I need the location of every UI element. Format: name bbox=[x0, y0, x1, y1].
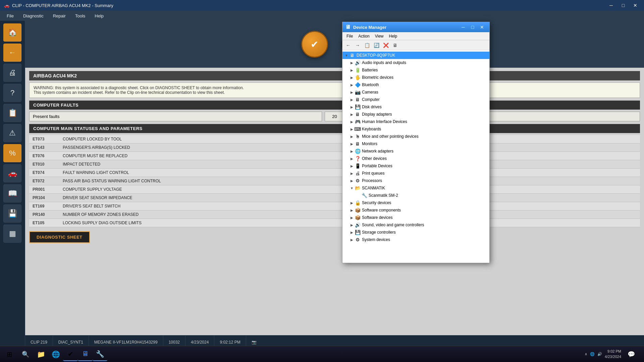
search-button[interactable]: 🔍 bbox=[17, 348, 34, 361]
car-button[interactable]: 🚗 bbox=[3, 164, 21, 182]
dm-tree-item[interactable]: ▶ 🖥 Monitors bbox=[342, 140, 489, 147]
dm-tree-item[interactable]: ▶ 🌐 Network adapters bbox=[342, 147, 489, 155]
dm-item-label: Portable Devices bbox=[362, 164, 392, 168]
table-row[interactable]: PR001COMPUTER SUPPLY VOLTAGE bbox=[29, 185, 640, 194]
dm-properties-btn[interactable]: 📋 bbox=[363, 41, 371, 49]
notification-button[interactable]: 💬 bbox=[624, 348, 639, 361]
taskbar-volume-icon[interactable]: 🔊 bbox=[597, 352, 602, 356]
dm-tree-item[interactable]: ▶ ⚙ System devices bbox=[342, 236, 489, 243]
menu-tools[interactable]: Tools bbox=[71, 12, 89, 20]
table-row[interactable]: ET073COMPUTER LOCKED BY TOOL bbox=[29, 135, 640, 143]
dm-minimize-button[interactable]: ─ bbox=[459, 23, 468, 31]
dm-expand-icon: ▶ bbox=[349, 230, 355, 235]
dm-menu-file[interactable]: File bbox=[344, 33, 356, 39]
dm-tree-item[interactable]: ▶ 🖥 Computer bbox=[342, 96, 489, 103]
minimize-button[interactable]: ─ bbox=[606, 2, 616, 9]
dm-expand-icon: ▶ bbox=[349, 89, 355, 95]
diagnostic-sheet-button[interactable]: DIAGNOSTIC SHEET bbox=[29, 231, 90, 243]
dm-tree-item[interactable]: ▶ 📦 Software components bbox=[342, 206, 489, 214]
table-row[interactable]: PR140NUMBER OF MEMORY ZONES ERASED bbox=[29, 210, 640, 219]
dm-item-icon: 📦 bbox=[355, 207, 361, 213]
dm-menu-help[interactable]: Help bbox=[386, 33, 400, 39]
device-manager-window: 🖥 Device Manager ─ □ ✕ File Action View … bbox=[342, 22, 490, 263]
taskbar-app2[interactable]: 🖥 bbox=[78, 348, 93, 361]
dm-item-label: Batteries bbox=[362, 68, 378, 72]
menu-repair[interactable]: Repair bbox=[49, 12, 70, 20]
menu-file[interactable]: File bbox=[3, 12, 18, 20]
dm-tree-item[interactable]: ▼ 📂 SCANMATIK bbox=[342, 184, 489, 192]
dm-tree-item[interactable]: ▶ ❓ Other devices bbox=[342, 155, 489, 162]
dm-tree-item[interactable]: ▶ 🔊 Audio inputs and outputs bbox=[342, 59, 489, 66]
window-controls: ─ □ ✕ bbox=[606, 2, 640, 9]
dm-tree-item[interactable]: ▶ 📦 Software devices bbox=[342, 214, 489, 221]
dm-close-button[interactable]: ✕ bbox=[477, 23, 487, 31]
taskbar-network-icon[interactable]: 🌐 bbox=[590, 352, 595, 356]
warning-button[interactable]: ⚠ bbox=[3, 124, 21, 142]
taskbar-hide-icon[interactable]: ∧ bbox=[585, 352, 587, 356]
menu-help[interactable]: Help bbox=[91, 12, 108, 20]
taskbar-checklist[interactable]: ✔ bbox=[63, 348, 78, 361]
dm-forward-btn[interactable]: → bbox=[353, 41, 362, 49]
taskbar-app3[interactable]: 🔧 bbox=[93, 348, 107, 361]
row-code: PR104 bbox=[29, 194, 59, 202]
table-row[interactable]: ET072PASS AIR BAG STATUS WARNING LIGHT C… bbox=[29, 177, 640, 185]
dm-expand-icon: ▶ bbox=[349, 67, 355, 73]
table-row[interactable]: ET105LOCKING SUPPLY DIAG OUTSIDE LIMITS bbox=[29, 219, 640, 227]
percent-button[interactable]: % bbox=[3, 144, 21, 162]
dm-tree-item[interactable]: ▶ 🔷 Bluetooth bbox=[342, 81, 489, 88]
taskbar-files[interactable]: 📁 bbox=[34, 348, 48, 361]
table-row[interactable]: ET010IMPACT DETECTED bbox=[29, 160, 640, 169]
dm-tree-item[interactable]: ▶ 🔊 Sound, video and game controllers bbox=[342, 221, 489, 229]
dm-item-label: Software devices bbox=[362, 215, 392, 220]
menu-diagnostic[interactable]: Diagnostic bbox=[19, 12, 48, 20]
dm-root-item[interactable]: ▼ 🖥 DESKTOP-8Q9P7UK bbox=[342, 52, 489, 59]
dm-item-icon: 🔋 bbox=[355, 67, 361, 73]
dm-tree-item[interactable]: ▶ ⌨ Keyboards bbox=[342, 125, 489, 133]
sidebar: 🏠 ← 🖨 ? 📋 ⚠ % 🚗 📖 💾 ▦ bbox=[0, 21, 25, 349]
book-button[interactable]: 📖 bbox=[3, 184, 21, 202]
taskbar-chrome[interactable]: 🌐 bbox=[48, 348, 63, 361]
dm-uninstall-btn[interactable]: ❌ bbox=[381, 41, 390, 49]
row-code: PR140 bbox=[29, 210, 59, 219]
start-button[interactable]: ⊞ bbox=[1, 348, 17, 361]
dm-tree-item[interactable]: ▶ 🖥 Display adapters bbox=[342, 111, 489, 118]
table-row[interactable]: ET169DRIVER'S SEAT BELT SWITCH bbox=[29, 202, 640, 210]
dm-item-label: Biometric devices bbox=[362, 75, 393, 80]
dm-tree-item[interactable]: ▶ 📱 Portable Devices bbox=[342, 162, 489, 170]
dm-tree-item[interactable]: ▶ 🔋 Batteries bbox=[342, 66, 489, 74]
summary-button[interactable]: ✔ bbox=[301, 31, 328, 58]
dm-tree-item[interactable]: ▶ ⚙ Processors bbox=[342, 177, 489, 184]
table-row[interactable]: ET076COMPUTER MUST BE REPLACED bbox=[29, 152, 640, 160]
dm-tree-item[interactable]: ▶ 🖱 Mice and other pointing devices bbox=[342, 133, 489, 140]
dm-tree-item[interactable]: ▶ 🎮 Human Interface Devices bbox=[342, 118, 489, 125]
close-button[interactable]: ✕ bbox=[631, 2, 640, 9]
dm-tree-item[interactable]: ▶ 💾 Disk drives bbox=[342, 103, 489, 111]
dm-expand-icon: ▶ bbox=[349, 237, 355, 242]
dm-scan-btn[interactable]: 🖥 bbox=[391, 41, 399, 49]
print-button[interactable]: 🖨 bbox=[3, 64, 21, 82]
dm-update-btn[interactable]: 🔄 bbox=[372, 41, 381, 49]
dm-tree-item[interactable]: ▶ 📷 Cameras bbox=[342, 88, 489, 96]
dm-back-btn[interactable]: ← bbox=[344, 41, 353, 49]
dm-maximize-button[interactable]: □ bbox=[468, 23, 477, 31]
dm-tree-item[interactable]: ▶ 🔒 Security devices bbox=[342, 199, 489, 206]
help-button[interactable]: ? bbox=[3, 84, 21, 102]
dm-item-icon: 🖐 bbox=[355, 74, 361, 80]
dm-tree-item[interactable]: 🔧 Scanmatik SM-2 bbox=[342, 192, 489, 199]
back-button[interactable]: ← bbox=[3, 44, 21, 62]
table-row[interactable]: PR104DRIVER SEAT SENSOR IMPEDANCE bbox=[29, 194, 640, 202]
home-button[interactable]: 🏠 bbox=[3, 23, 21, 42]
params-table: ET073COMPUTER LOCKED BY TOOLET143PASSENG… bbox=[29, 135, 640, 227]
dm-menu-action[interactable]: Action bbox=[356, 33, 372, 39]
table-row[interactable]: ET074FAULT WARNING LIGHT CONTROL bbox=[29, 169, 640, 177]
content-area: ✔ 🔍 AIRBAG ACU4 MK2 WARNING: this system… bbox=[25, 21, 644, 349]
table-row[interactable]: ET143PASSENGER'S AIRBAG(S) LOCKED bbox=[29, 143, 640, 152]
dm-tree-item[interactable]: ▶ 🖐 Biometric devices bbox=[342, 74, 489, 81]
save-button[interactable]: 💾 bbox=[3, 204, 21, 223]
maximize-button[interactable]: □ bbox=[619, 2, 628, 9]
dm-tree-item[interactable]: ▶ 🖨 Print queues bbox=[342, 170, 489, 177]
barcode-button[interactable]: ▦ bbox=[3, 225, 21, 243]
list-button[interactable]: 📋 bbox=[3, 104, 21, 122]
dm-menu-view[interactable]: View bbox=[372, 33, 386, 39]
dm-tree-item[interactable]: ▶ 💾 Storage controllers bbox=[342, 229, 489, 236]
